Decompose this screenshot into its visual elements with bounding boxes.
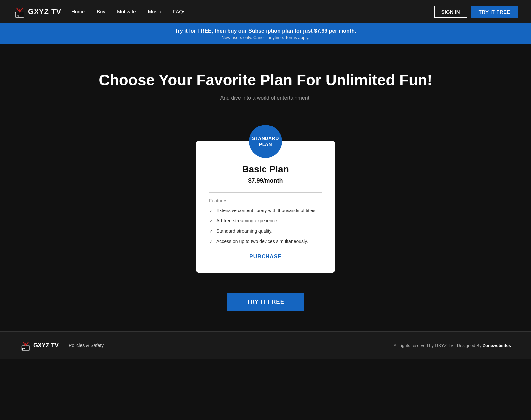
check-icon: ✓ xyxy=(209,218,213,224)
features-list: ✓ Extensive content library with thousan… xyxy=(209,208,322,244)
nav-music[interactable]: Music xyxy=(148,9,161,14)
check-icon: ✓ xyxy=(209,229,213,234)
svg-line-6 xyxy=(23,342,26,346)
plan-badge: STANDARD PLAN xyxy=(249,125,282,158)
promo-banner: Try it for FREE, then buy our Subscripti… xyxy=(0,23,531,44)
check-icon: ✓ xyxy=(209,208,213,213)
list-item: ✓ Extensive content library with thousan… xyxy=(209,208,322,213)
nav-buy[interactable]: Buy xyxy=(97,9,105,14)
logo-icon: TV xyxy=(13,5,26,18)
plan-card: STANDARD PLAN Basic Plan $7.99/month Fea… xyxy=(196,141,335,273)
logo: TV GXYZ TV xyxy=(13,5,61,18)
list-item: ✓ Ad-free streaming experience. xyxy=(209,218,322,224)
footer-logo: TV GXYZ TV xyxy=(20,340,59,351)
list-item: ✓ Access on up to two devices simultaneo… xyxy=(209,239,322,244)
try-it-free-button[interactable]: TRY IT FREE xyxy=(227,293,304,311)
hero-section: Choose Your Favorite Plan For Unlimited … xyxy=(0,44,531,114)
check-icon: ✓ xyxy=(209,239,213,244)
banner-sub-text: New users only. Cancel anytime. Terms ap… xyxy=(7,35,524,40)
try-it-free-nav-button[interactable]: TRY IT FREE xyxy=(471,6,518,18)
feature-text: Ad-free streaming experience. xyxy=(216,218,279,223)
nav-links: Home Buy Motivate Music FAQs xyxy=(71,9,185,15)
feature-text: Access on up to two devices simultaneous… xyxy=(216,239,308,244)
banner-main-text: Try it for FREE, then buy our Subscripti… xyxy=(7,28,524,34)
plan-title: Basic Plan xyxy=(209,164,322,175)
plan-divider xyxy=(209,192,322,193)
features-label: Features xyxy=(209,198,322,203)
svg-text:TV: TV xyxy=(15,14,19,17)
svg-line-1 xyxy=(17,8,20,12)
feature-text: Extensive content library with thousands… xyxy=(216,208,317,213)
svg-text:TV: TV xyxy=(22,348,25,350)
plan-section: STANDARD PLAN Basic Plan $7.99/month Fea… xyxy=(0,114,531,280)
plan-price: $7.99/month xyxy=(209,177,322,184)
signin-button[interactable]: SIGN IN xyxy=(434,6,467,18)
hero-title: Choose Your Favorite Plan For Unlimited … xyxy=(7,71,524,89)
list-item: ✓ Standard streaming quality. xyxy=(209,228,322,234)
policies-link[interactable]: Policies & Safety xyxy=(69,343,104,348)
navbar: TV GXYZ TV Home Buy Motivate Music FAQs … xyxy=(0,0,531,23)
try-free-section: TRY IT FREE xyxy=(0,280,531,331)
hero-subtitle: And dive into a world of entertainment! xyxy=(7,95,524,101)
svg-line-2 xyxy=(20,8,23,12)
nav-motivate[interactable]: Motivate xyxy=(117,9,136,14)
nav-home[interactable]: Home xyxy=(71,9,85,14)
footer-logo-icon: TV xyxy=(20,340,31,351)
footer-copyright: All rights reserved by GXYZ TV | Designe… xyxy=(394,343,511,348)
logo-text: GXYZ TV xyxy=(28,7,61,16)
feature-text: Standard streaming quality. xyxy=(216,228,272,234)
purchase-button[interactable]: PURCHASE xyxy=(249,254,282,260)
plan-badge-line1: STANDARD xyxy=(252,136,279,141)
footer-logo-text: GXYZ TV xyxy=(33,342,59,349)
svg-line-7 xyxy=(26,342,28,346)
nav-faqs[interactable]: FAQs xyxy=(173,9,186,14)
footer: TV GXYZ TV Policies & Safety All rights … xyxy=(0,331,531,359)
plan-badge-line2: PLAN xyxy=(259,142,272,147)
